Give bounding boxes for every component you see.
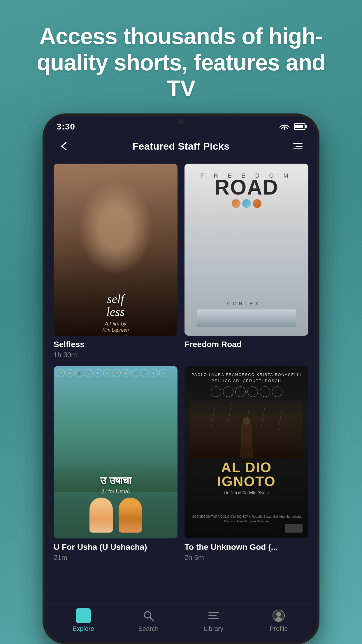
aldio-label: To the Unknown God (...	[184, 542, 308, 552]
selfless-label: Selfless	[54, 340, 178, 349]
selfless-byline: A Film by	[54, 321, 178, 327]
freedom-context: CONTEXT	[184, 301, 308, 307]
usha-label: U For Usha (U Ushacha)	[54, 542, 178, 552]
search-icon	[142, 609, 155, 622]
camera-notch	[178, 119, 184, 125]
usha-hindi-title: उ उषाचा	[100, 475, 131, 487]
profile-body	[275, 617, 282, 621]
aldio-badge-1	[211, 386, 221, 397]
back-button[interactable]	[55, 140, 73, 152]
grid-item-usha[interactable]: 🏆 ⭐ 🎬 🏅 🎖 ✨ 🏆 🌟 🎪 🎭 🎗	[54, 366, 178, 561]
selfless-director: Kim Laureen	[54, 328, 178, 333]
aldio-logo	[285, 524, 303, 533]
lib-line-3	[208, 618, 219, 619]
selfless-duration: 1h 30m	[54, 351, 178, 359]
usha-figures	[89, 498, 142, 533]
aldio-figure	[190, 400, 303, 458]
poster-aldio: PAOLO LAURA FRANCESCO KRISTA BONACELLI P…	[184, 366, 308, 538]
figure-person-2	[119, 498, 142, 533]
bottom-nav: Explore Search	[45, 603, 317, 642]
nav-item-search[interactable]: Search	[116, 608, 181, 633]
content-grid: selfless A Film by Kim Laureen Selfless …	[54, 164, 308, 562]
svg-point-0	[284, 128, 285, 130]
library-label: Library	[204, 625, 223, 633]
library-icon	[208, 612, 219, 619]
grid-item-freedom-road[interactable]: F R E E D O M ROAD CONTEXT	[184, 164, 308, 359]
explore-nav-icon	[76, 608, 91, 623]
search-nav-icon	[141, 608, 156, 623]
content-area[interactable]: selfless A Film by Kim Laureen Selfless …	[45, 158, 317, 603]
aldio-title: AL DIO IGNOTO	[190, 461, 303, 489]
selfless-title: selfless	[54, 293, 178, 318]
freedom-label: Freedom Road	[184, 340, 308, 349]
status-icons	[279, 123, 305, 130]
play-icon	[79, 610, 89, 621]
aldio-duration: 2h 5m	[184, 554, 308, 562]
filter-line-1	[293, 143, 303, 144]
poster-freedom-road: F R E E D O M ROAD CONTEXT	[184, 164, 308, 336]
status-time: 3:30	[57, 122, 75, 132]
nav-title: Featured Staff Picks	[133, 141, 230, 152]
nav-item-explore[interactable]: Explore	[51, 608, 116, 633]
aldio-badge-6	[272, 386, 282, 397]
battery-icon	[294, 123, 305, 130]
grid-item-selfless[interactable]: selfless A Film by Kim Laureen Selfless …	[54, 164, 178, 359]
profile-head	[276, 612, 281, 617]
top-nav: Featured Staff Picks	[45, 134, 317, 158]
aldio-badge-2	[223, 386, 233, 397]
lib-line-2	[208, 615, 217, 616]
phone-frame: 3:30	[43, 113, 319, 644]
hero-title: Access thousands of high-quality shorts,…	[0, 0, 362, 113]
filter-line-3	[293, 148, 303, 149]
search-label: Search	[138, 625, 159, 633]
library-nav-icon	[206, 608, 221, 623]
profile-nav-icon	[271, 608, 286, 623]
poster-usha: 🏆 ⭐ 🎬 🏅 🎖 ✨ 🏆 🌟 🎪 🎭 🎗	[54, 366, 178, 538]
freedom-road-image	[197, 309, 296, 327]
poster-selfless: selfless A Film by Kim Laureen	[54, 164, 178, 336]
usha-transliteration: (U for Usha)	[101, 489, 130, 495]
filter-button[interactable]	[289, 143, 307, 149]
phone-screen: 3:30	[45, 116, 317, 642]
aldio-credits: SCENEGGIATURA COLONNA SONORA Rodolfo Bis…	[187, 514, 305, 524]
grid-item-aldio[interactable]: PAOLO LAURA FRANCESCO KRISTA BONACELLI P…	[184, 366, 308, 561]
status-bar: 3:30	[45, 116, 317, 134]
wifi-icon	[279, 123, 290, 130]
figure-person-1	[89, 498, 113, 533]
usha-duration: 21m	[54, 554, 178, 562]
aldio-awards	[211, 386, 282, 397]
freedom-road-text: ROAD	[215, 178, 279, 197]
filter-line-2	[296, 146, 303, 147]
aldio-cast: PAOLO LAURA FRANCESCO KRISTA BONACELLI P…	[190, 372, 303, 384]
aldio-subtitle: Un film di Rodolfo Bisatti	[224, 490, 269, 496]
aldio-badge-5	[260, 386, 270, 397]
aldio-badge-4	[247, 386, 258, 397]
nav-item-library[interactable]: Library	[181, 608, 246, 633]
profile-label: Profile	[270, 625, 288, 633]
svg-line-2	[150, 617, 153, 621]
profile-icon	[273, 610, 285, 622]
aldio-badge-3	[235, 386, 246, 397]
lib-line-1	[208, 612, 219, 613]
explore-label: Explore	[72, 625, 94, 633]
nav-item-profile[interactable]: Profile	[246, 608, 312, 633]
